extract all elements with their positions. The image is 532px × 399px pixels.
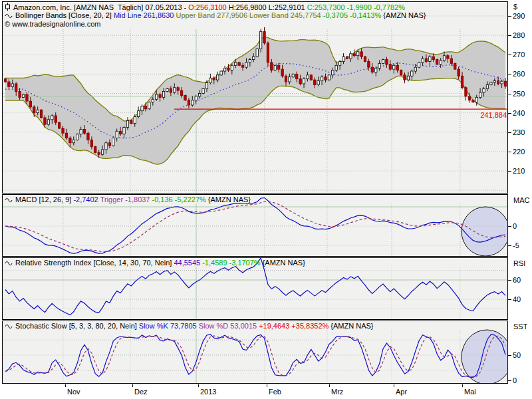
copyright-note: © www.tradesignalonline.com	[5, 20, 102, 29]
price-tick: 220	[508, 148, 525, 156]
wave-icon	[5, 324, 13, 329]
rsi-axis-label: RSI	[513, 259, 531, 267]
bollinger-symbol: {AMZN NAS}	[383, 11, 426, 19]
value-axis[interactable]: $ 290 280 270 260 250 240 230 220 210 MA…	[508, 0, 532, 399]
high-value: H:256,9800	[229, 3, 267, 11]
price-tick: 240	[508, 109, 525, 117]
instrument-title: Amazon.com, Inc. [AMZN NAS Täglich] 07.0…	[13, 3, 186, 11]
open-value: O:256,3100	[188, 3, 227, 11]
change-value: -1,9900 -0,7782%	[347, 3, 405, 11]
price-tick: 290	[508, 12, 525, 20]
lowerband-value: Lower Band 245,7754	[249, 11, 321, 19]
wave-icon	[5, 261, 13, 266]
bollinger-name: Bollinger Bands [Close, 20, 2]	[15, 11, 112, 19]
macd-value: -2,7402	[73, 196, 98, 203]
rsi-tick: 40	[508, 295, 521, 303]
rsi-legend[interactable]: Relative Strength Index [Close, 14, 30, …	[5, 259, 307, 267]
stoch-k-value: Slow %K 73,7805	[139, 322, 197, 330]
price-axis-unit: $	[513, 3, 531, 11]
stoch-change: +19,4643 +35,8352%	[259, 322, 329, 330]
copyright-text: © www.tradesignalonline.com	[5, 20, 100, 28]
wave-icon	[5, 13, 13, 19]
chart-window: Amazon.com, Inc. [AMZN NAS Täglich] 07.0…	[0, 0, 532, 399]
rsi-name: Relative Strength Index [Close, 14, 30, …	[15, 259, 172, 267]
stoch-tick: 0	[508, 376, 517, 384]
price-tick: 230	[508, 128, 525, 136]
stoch-tick: 50	[508, 351, 521, 359]
macd-legend[interactable]: MACD [12, 26, 9]-2,7402Trigger -1,8037-0…	[5, 196, 253, 204]
stoch-d-value: Slow %D 53,0015	[199, 322, 257, 330]
stochastic-legend[interactable]: Stochastic Slow [5, 3, 3, 80, 20, Nein]S…	[5, 322, 376, 331]
price-tick: 280	[508, 31, 525, 39]
macd-name: MACD [12, 26, 9]	[15, 196, 71, 203]
trigger-value: Trigger -1,8037	[100, 196, 150, 203]
bollinger-legend[interactable]: Bollinger Bands [Close, 20, 2]Mid Line 2…	[5, 11, 428, 20]
candlestick-icon	[5, 3, 11, 11]
low-value: L:252,9101	[269, 3, 305, 11]
midline-value: Mid Line 261,8630	[114, 11, 174, 19]
alert-price-label: 241,884	[476, 111, 507, 119]
instrument-legend[interactable]: Amazon.com, Inc. [AMZN NAS Täglich] 07.0…	[5, 3, 407, 11]
price-tick: 250	[508, 90, 525, 98]
price-chart-panel[interactable]	[2, 1, 508, 194]
bollinger-change: -0,3705 -0,1413%	[323, 11, 381, 19]
stoch-axis-label: SST	[513, 323, 527, 331]
macd-axis-label: MACD	[513, 196, 530, 204]
price-tick: 210	[508, 167, 525, 175]
macd-tick: 0	[508, 222, 517, 230]
stoch-symbol: {AMZN NAS}	[331, 322, 373, 330]
rsi-tick: 60	[508, 276, 521, 284]
stoch-name: Stochastic Slow [5, 3, 3, 80, 20, Nein]	[15, 322, 137, 330]
close-value: C:253,7300	[307, 3, 345, 11]
rsi-value: 44,5545	[174, 259, 200, 267]
macd-symbol: {AMZN NAS}	[208, 196, 251, 203]
upperband-value: Upper Band 277,9506	[176, 11, 247, 19]
time-axis[interactable]: Nov Dez 2013 Feb Mrz Apr Mai	[2, 384, 508, 399]
price-tick: 270	[508, 51, 525, 59]
wave-icon	[5, 198, 13, 203]
macd-change: -0,136 -5,2227%	[152, 196, 206, 203]
rsi-symbol: {AMZN NAS}	[263, 259, 305, 267]
macd-tick: -5	[508, 241, 519, 249]
rsi-change: -1,4589 -3,1707%	[202, 259, 260, 267]
price-tick: 260	[508, 70, 525, 78]
